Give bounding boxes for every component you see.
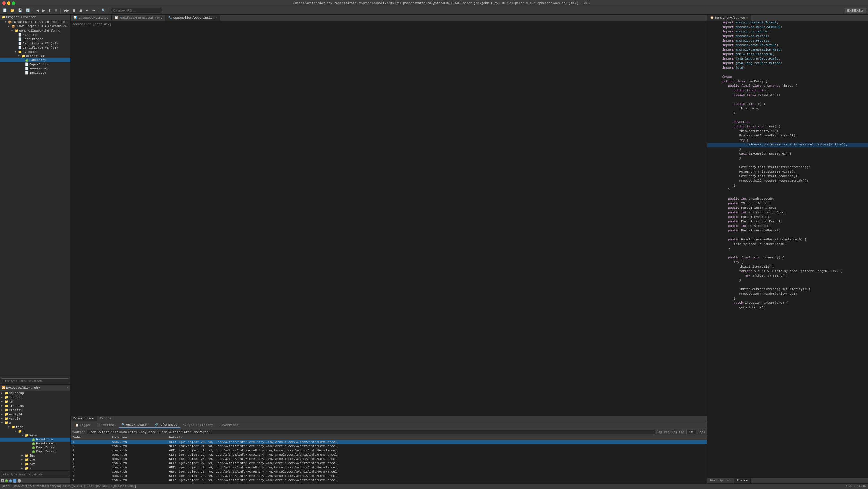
- list-item[interactable]: ▶ 📁 vungle: [0, 416, 70, 421]
- list-item[interactable]: ▶ 📁 rev: [0, 462, 70, 466]
- hierarchy-close-button[interactable]: ✕: [67, 386, 69, 390]
- expand-icon[interactable]: ▶: [1, 404, 4, 408]
- list-item[interactable]: ▶ 📄 Certificate #3 (v3): [0, 45, 70, 50]
- project-tree[interactable]: ▼ 📦 360Wallpaper_1.0.4_apkcombo.com.apk.…: [0, 20, 70, 377]
- list-item[interactable]: ▶ C HomeParcel: [0, 442, 70, 446]
- list-item[interactable]: ▶ 📄 Manifest: [0, 33, 70, 37]
- right-tab-close-icon[interactable]: ✕: [746, 16, 748, 20]
- toolbar-nav1[interactable]: ⬆: [47, 8, 52, 13]
- list-item[interactable]: ▶ 📁 s: [0, 466, 70, 470]
- results-area[interactable]: Index Location Details 0com.w.thGET: ige…: [71, 435, 707, 483]
- list-item[interactable]: ▶ 📄 Certificate #2 (v2): [0, 41, 70, 45]
- expand-icon[interactable]: ▼: [15, 430, 18, 433]
- source-view[interactable]: import android.content.Intent;import and…: [707, 21, 868, 478]
- tab-close-icon[interactable]: ✕: [216, 16, 217, 20]
- cap-input[interactable]: [686, 430, 696, 434]
- tab-overrides[interactable]: ↩ Overrides: [216, 422, 241, 428]
- expand-icon[interactable]: ▶: [1, 417, 4, 420]
- list-item[interactable]: ▼ 📁 w: [0, 421, 70, 425]
- hierarchy-filter-input[interactable]: [1, 472, 69, 477]
- project-filter-input[interactable]: [1, 378, 69, 383]
- list-item[interactable]: ▶ 📄 HomeParcel: [0, 66, 70, 71]
- table-row[interactable]: 4com.w.thGET: iget-object v6, v9, Lcom/w…: [71, 457, 707, 461]
- list-item[interactable]: ▶ 📁 tradplus: [0, 404, 70, 408]
- expand-icon[interactable]: ▼: [18, 55, 22, 58]
- tab-homeentry-source[interactable]: 🏠 HomeEntry/Source ✕: [707, 15, 751, 21]
- toolbar-forward[interactable]: ▶: [41, 8, 46, 13]
- toolbar-nav2[interactable]: ⬇: [53, 8, 59, 13]
- expand-icon[interactable]: ▼: [1, 422, 4, 424]
- expand-icon[interactable]: ▼: [8, 426, 11, 428]
- list-item[interactable]: ▶ C PaperParcel: [0, 450, 70, 453]
- list-item[interactable]: ▼ 📦 360Wallpaper_1.0.4_apkcombo.com.apk: [0, 24, 70, 29]
- toolbar-refresh[interactable]: 🔄: [25, 8, 31, 13]
- hierarchy-tree[interactable]: ▶ 📁 squareup ▶ 📁 tencent ▶ 📁 tp ▶ 📁: [0, 391, 70, 470]
- maximize-button[interactable]: [12, 1, 15, 5]
- tab-typehierarchy[interactable]: 🏗 Type Hierarchy: [180, 422, 216, 428]
- list-item[interactable]: ▼ 📁 com.wallpaper.hd.funny: [0, 29, 70, 33]
- toolbar-back[interactable]: ◀: [35, 8, 40, 13]
- lock-button[interactable]: Lock: [698, 430, 705, 434]
- expand-icon[interactable]: ▶: [1, 400, 4, 403]
- table-row[interactable]: 2com.w.thGET: iget-object v1, v2, Lcom/w…: [71, 449, 707, 453]
- expand-icon[interactable]: ▶: [1, 409, 4, 412]
- expand-icon[interactable]: ▶: [1, 413, 4, 416]
- tab-source[interactable]: Source: [734, 478, 751, 483]
- expand-icon[interactable]: ▶: [22, 458, 25, 461]
- list-item[interactable]: ▶ 📄 Certificate: [0, 37, 70, 41]
- list-item[interactable]: ▼ 📁 thsz: [0, 425, 70, 429]
- table-row[interactable]: 0com.w.thGET: iget-object v0, v0, Lcom/w…: [71, 440, 707, 444]
- expand-icon[interactable]: ▼: [4, 21, 8, 24]
- expand-icon[interactable]: ▶: [22, 462, 25, 465]
- list-item[interactable]: ▶ 📁 pro: [0, 458, 70, 462]
- center-code-area[interactable]: decompiler [dcmp_dex]: [71, 21, 707, 416]
- tab-logger[interactable]: 📋 Logger: [72, 422, 94, 428]
- table-row[interactable]: 5com.w.thGET: iget-object v2, v9, Lcom/w…: [71, 461, 707, 465]
- expand-icon[interactable]: ▶: [1, 396, 4, 399]
- toolbar-undo[interactable]: ↩: [85, 8, 90, 13]
- list-item[interactable]: ▶ 📁 unity3d: [0, 412, 70, 416]
- tab-decompiler-description[interactable]: 🔧 decompiler/Description ✕: [165, 15, 220, 21]
- omnibox-input[interactable]: [111, 8, 162, 13]
- table-row[interactable]: 7com.w.thGET: iget-object v2, v9, Lcom/w…: [71, 470, 707, 474]
- list-item[interactable]: ▼ 📦 360Wallpaper_1.0.4_apkcombo.com.apk.…: [0, 20, 70, 24]
- tab-description2[interactable]: Description: [707, 478, 734, 483]
- exe-button[interactable]: EXE·EXEus: [844, 8, 866, 13]
- tab-terminal[interactable]: ⬛ Terminal: [94, 422, 119, 428]
- tab-bytecode-strings[interactable]: 📊 Bytecode/Strings: [71, 15, 112, 21]
- list-item[interactable]: ▶ 📁 tencent: [0, 395, 70, 399]
- toolbar-redo[interactable]: ↪: [91, 8, 96, 13]
- toolbar-run[interactable]: ▶▶: [63, 8, 70, 13]
- list-item[interactable]: ▼ 📁 h: [0, 429, 70, 433]
- close-button[interactable]: [2, 1, 6, 5]
- expand-icon[interactable]: ▼: [8, 25, 11, 28]
- source-input[interactable]: [87, 430, 655, 434]
- tab-quicksearch[interactable]: 🔍 Quick Search: [119, 422, 151, 428]
- list-item[interactable]: ▶ C HomeEntry: [0, 58, 70, 62]
- list-item[interactable]: ▶ C PaperEntry: [0, 446, 70, 450]
- toolbar-open[interactable]: 📂: [9, 8, 16, 13]
- table-row[interactable]: 8com.w.thGET: iget-object v0, v9, Lcom/w…: [71, 474, 707, 478]
- expand-icon[interactable]: ▼: [15, 51, 18, 54]
- list-item[interactable]: ▶ 📄 InsideUse: [0, 71, 70, 75]
- window-controls[interactable]: [2, 1, 15, 5]
- list-item[interactable]: ▼ 📁 info: [0, 433, 70, 437]
- table-row[interactable]: 6com.w.thGET: iget-object v2, v9, Lcom/w…: [71, 465, 707, 470]
- expand-icon[interactable]: ▶: [22, 454, 25, 457]
- expand-icon[interactable]: ▼: [11, 29, 15, 32]
- expand-icon[interactable]: ▼: [22, 434, 25, 437]
- minimize-button[interactable]: [7, 1, 10, 5]
- toolbar-new[interactable]: 📄: [2, 8, 8, 13]
- tab-manifest-formatted[interactable]: 📋 Manifest/Formatted Text: [112, 15, 165, 21]
- table-row[interactable]: 1com.w.thSET: iput-object v1, v0, Lcom/w…: [71, 444, 707, 449]
- expand-icon[interactable]: ▶: [1, 392, 4, 395]
- tab-events[interactable]: Events: [97, 416, 115, 421]
- table-row[interactable]: 9com.w.thGET: iget-object v6, v9, Lcom/w…: [71, 478, 707, 483]
- list-item[interactable]: ▶ C HomeEntry: [0, 437, 70, 442]
- list-item[interactable]: ▶ 📁 squareup: [0, 391, 70, 395]
- toolbar-save[interactable]: 💾: [17, 8, 24, 13]
- list-item[interactable]: ▶ 📁 tramini: [0, 408, 70, 412]
- list-item[interactable]: ▶ 📁 tp: [0, 399, 70, 404]
- table-row[interactable]: 3com.w.thGET: iget-object v0, v2, Lcom/w…: [71, 453, 707, 457]
- list-item[interactable]: ▶ 📁 ins: [0, 453, 70, 458]
